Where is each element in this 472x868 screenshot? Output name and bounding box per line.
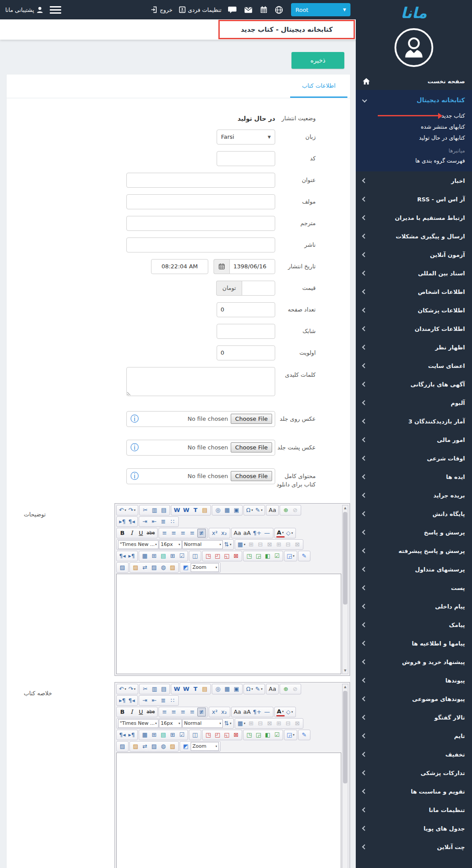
sidebar-item[interactable]: اطلاعات کارمندان <box>356 319 472 338</box>
lowercase-icon[interactable]: aA <box>243 708 252 716</box>
horizontal-rule-icon[interactable]: — <box>263 708 272 716</box>
row-properties-icon[interactable]: ⊞ <box>247 719 255 728</box>
fill-color-icon[interactable]: ◇▾ <box>285 529 294 538</box>
tab-book-info[interactable]: اطلاعات کتاب <box>290 74 347 98</box>
undo-icon[interactable]: ↶▾ <box>118 506 127 515</box>
cut-icon[interactable]: ✂ <box>141 685 150 694</box>
table-grid-icon[interactable]: ⊞ <box>150 731 159 739</box>
choose-file-button[interactable]: Choose File <box>231 414 272 424</box>
image-position-icon[interactable]: ⇄ <box>140 742 149 751</box>
scroll-up-icon[interactable]: ▲ <box>344 505 346 511</box>
delete-cell-green-icon[interactable]: ◲ <box>254 552 263 560</box>
align-none-icon[interactable]: ≢ <box>197 529 206 538</box>
mail-icon[interactable] <box>244 6 253 14</box>
merge-cell-red-icon[interactable]: ⊠ <box>232 731 240 739</box>
priority-input[interactable] <box>217 345 275 360</box>
sidebar-item[interactable]: پیامها و اطلاعیه ها <box>356 634 472 653</box>
sidebar-item[interactable]: اظهار نظر <box>356 338 472 356</box>
personal-settings-link[interactable]: تنظیمات فردی <box>179 6 221 13</box>
summary-editor-canvas[interactable] <box>116 753 341 868</box>
select-all-icon[interactable]: ▦ <box>223 506 232 515</box>
info-icon[interactable]: ⓘ <box>130 443 139 452</box>
media-icon[interactable]: ◩ <box>181 742 190 751</box>
page-border-icon[interactable]: ◫ <box>191 731 199 739</box>
sidebar-item[interactable]: امور مالی <box>356 430 472 449</box>
resize-icon[interactable]: ◲▾ <box>286 552 295 560</box>
description-editor-canvas[interactable] <box>116 574 341 674</box>
table-select-icon[interactable]: ☑ <box>177 552 186 560</box>
sidebar-item[interactable]: جدول های پویا <box>356 819 472 838</box>
align-center-icon[interactable]: ≡ <box>170 708 178 716</box>
special-char-icon[interactable]: Ω▾ <box>245 506 254 515</box>
image-map-icon[interactable]: ◍ <box>159 563 168 572</box>
paragraph-ltr-icon[interactable]: ▸¶ <box>118 696 127 705</box>
sidebar-item[interactable]: تنظیمات مانا <box>356 801 472 819</box>
indent-icon[interactable]: ⇥ <box>140 517 149 526</box>
align-center-icon[interactable]: ≡ <box>170 529 178 538</box>
paste-from-word-icon[interactable]: W <box>173 685 181 694</box>
sidebar-item[interactable]: پیامک <box>356 616 472 634</box>
sidebar-item[interactable]: آلبوم <box>356 393 472 412</box>
link-icon[interactable]: ⊕ <box>281 685 290 694</box>
price-input[interactable] <box>242 281 275 296</box>
language-select[interactable]: Farsi▼ <box>217 130 275 145</box>
redo-icon[interactable]: ↷▾ <box>127 685 136 694</box>
editor-scrollbar[interactable]: ▲▼ <box>342 684 348 868</box>
italic-icon[interactable]: I <box>127 529 136 538</box>
zoom-select[interactable]: Zoom▾ <box>191 563 219 572</box>
scroll-up-icon[interactable]: ▲ <box>344 684 346 690</box>
spellcheck-icon[interactable]: Aa <box>268 685 277 694</box>
link-icon[interactable]: ⊕ <box>281 506 290 515</box>
sidebar-item[interactable]: اوقات شرعی <box>356 449 472 467</box>
table-select-icon[interactable]: ☑ <box>177 731 186 739</box>
paragraph-insert-icon[interactable]: ¶+ <box>252 529 262 538</box>
merge-cells-green-icon[interactable]: ◧ <box>263 552 272 560</box>
sidebar-item[interactable]: چت آنلاین <box>356 838 472 856</box>
align-right-icon[interactable]: ≡ <box>179 708 188 716</box>
special-char-icon[interactable]: Ω▾ <box>245 685 254 694</box>
sidebar-item[interactable]: پیام داخلی <box>356 597 472 616</box>
print-icon[interactable]: ▣ <box>232 506 241 515</box>
image-border-icon[interactable]: ▨ <box>150 563 159 572</box>
scroll-thumb[interactable] <box>343 512 347 605</box>
insert-cell-green-icon[interactable]: ◳ <box>245 731 254 739</box>
publish-date-input[interactable] <box>229 259 275 274</box>
support-link[interactable]: پشتیبانی مانا <box>5 6 44 14</box>
delete-row-icon[interactable]: ⊟ <box>284 540 292 549</box>
cell-check-icon[interactable]: ☑ <box>273 731 281 739</box>
bold-icon[interactable]: B <box>118 708 127 716</box>
subscript-icon[interactable]: x₂ <box>220 529 229 538</box>
paste-icon[interactable]: ▤ <box>159 685 168 694</box>
sidebar-item[interactable]: بریده جراید <box>356 486 472 504</box>
row-properties-icon[interactable]: ⊞ <box>247 540 255 549</box>
sidebar-item[interactable]: اطلاعات اشخاص <box>356 282 472 301</box>
sidebar-item[interactable]: پیوندهای موضوعی <box>356 690 472 708</box>
info-icon[interactable]: ⓘ <box>130 472 139 480</box>
sidebar-item[interactable]: ایده ها <box>356 467 472 486</box>
underline-icon[interactable]: U <box>136 529 145 538</box>
paste-plain-text-icon[interactable]: T <box>191 685 200 694</box>
insert-column-icon[interactable]: ⊞ <box>274 719 283 728</box>
align-none-icon[interactable]: ≢ <box>197 708 206 716</box>
sidebar-item[interactable]: پست <box>356 579 472 597</box>
delete-row-icon[interactable]: ⊟ <box>284 719 292 728</box>
find-icon[interactable]: ◎ <box>214 506 222 515</box>
delete-cell-red-icon[interactable]: ◰ <box>213 552 222 560</box>
sidebar-item[interactable]: پرسش و پاسخ پیشرفته <box>356 542 472 560</box>
image-thumb-icon[interactable]: ▨ <box>168 563 177 572</box>
align-right-icon[interactable]: ≡ <box>179 529 188 538</box>
sidebar-item[interactable]: ارتباط مستقیم با مدیران <box>356 208 472 227</box>
sidebar-item[interactable]: تقویم و مناسبت ها <box>356 782 472 801</box>
sidebar-item[interactable]: پیشنهاد خرید و فروش <box>356 653 472 671</box>
calendar-addon[interactable] <box>214 259 229 274</box>
insert-cell-red-icon[interactable]: ◳ <box>204 731 213 739</box>
find-icon[interactable]: ◎ <box>214 685 222 694</box>
outdent-icon[interactable]: ⇤ <box>150 696 159 705</box>
superscript-icon[interactable]: x² <box>210 529 219 538</box>
sidebar-subitem[interactable]: کتاب جدید <box>356 110 472 121</box>
print-icon[interactable]: ▣ <box>232 685 241 694</box>
image-map-icon[interactable]: ◍ <box>159 742 168 751</box>
paragraph-end-icon[interactable]: ▸¶ <box>127 552 136 560</box>
font-color-icon[interactable]: A▾ <box>276 708 285 716</box>
sidebar-item[interactable]: اسناد بین المللی <box>356 264 472 282</box>
